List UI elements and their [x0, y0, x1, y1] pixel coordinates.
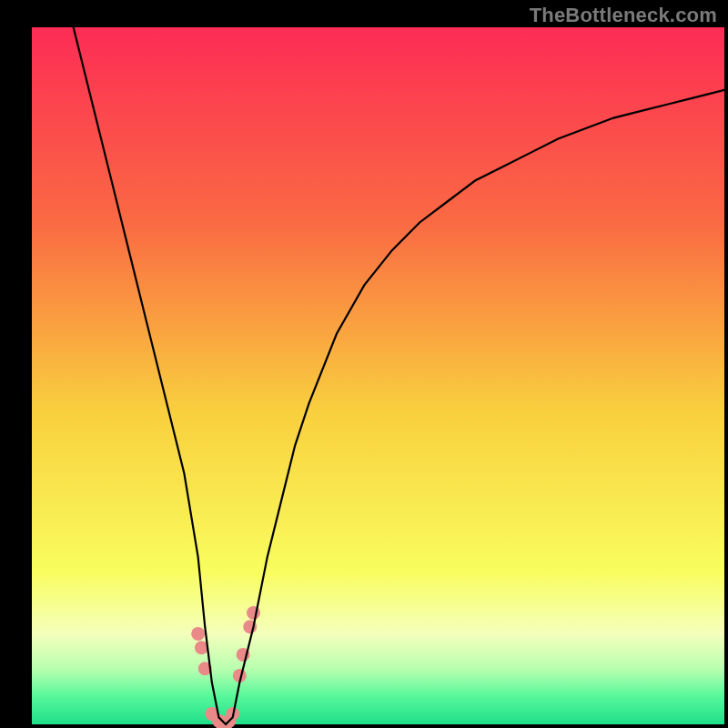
curve-marker: [247, 606, 260, 620]
bottleneck-chart: [0, 0, 728, 728]
watermark-label: TheBottleneck.com: [530, 4, 717, 27]
curve-marker: [191, 627, 205, 641]
plot-background: [32, 27, 724, 724]
chart-frame: TheBottleneck.com: [0, 0, 728, 728]
